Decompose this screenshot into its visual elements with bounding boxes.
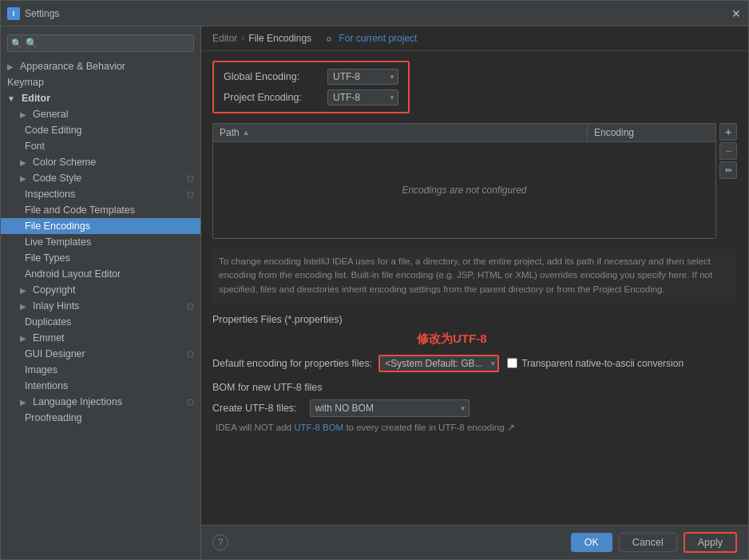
help-button[interactable]: ?	[212, 534, 228, 550]
remove-path-button[interactable]: −	[719, 142, 737, 160]
settings-icon: ⊡	[187, 397, 194, 407]
transparent-checkbox-label: Transparent native-to-ascii conversion	[507, 358, 684, 369]
sort-icon: ▲	[243, 129, 250, 137]
sidebar-label: Images	[25, 364, 57, 375]
project-encoding-select-wrapper: UTF-8 UTF-16 ISO-8859-1	[327, 89, 398, 105]
sidebar-label: Code Editing	[25, 125, 82, 136]
sidebar-item-language-injections[interactable]: ▶ Language Injections ⊡	[1, 394, 200, 410]
sidebar-item-images[interactable]: Images	[1, 362, 200, 378]
sidebar-item-android-layout[interactable]: Android Layout Editor	[1, 266, 200, 282]
sidebar-label: Android Layout Editor	[25, 268, 121, 280]
cancel-button[interactable]: Cancel	[619, 533, 677, 552]
sidebar-item-editor[interactable]: ▼ Editor	[1, 90, 200, 106]
sidebar-label: GUI Designer	[25, 348, 85, 359]
arrow-icon: ▶	[20, 286, 26, 295]
breadcrumb-sep: ›	[241, 33, 244, 44]
settings-icon: ⊡	[187, 301, 194, 312]
project-encoding-label: Project Encoding:	[224, 92, 327, 103]
table-side-buttons: + − ✏	[719, 123, 737, 179]
project-link[interactable]: For current project	[324, 33, 417, 44]
empty-message: Encodings are not configured	[402, 185, 526, 196]
sidebar-label: File Encodings	[25, 220, 90, 232]
sidebar-item-emmet[interactable]: ▶ Emmet	[1, 330, 200, 346]
sidebar: 🔍 ▶ Appearance & Behavior Keymap ▼ Edito…	[1, 26, 201, 559]
create-utf8-label: Create UTF-8 files:	[212, 403, 297, 414]
project-encoding-select[interactable]: UTF-8 UTF-16 ISO-8859-1	[327, 89, 398, 105]
arrow-icon: ▼	[7, 94, 15, 103]
properties-section-title: Properties Files (*.properties)	[212, 314, 737, 325]
sidebar-item-file-types[interactable]: File Types	[1, 250, 200, 266]
project-encoding-row: Project Encoding: UTF-8 UTF-16 ISO-8859-…	[224, 89, 398, 105]
search-box: 🔍	[7, 34, 194, 52]
transparent-checkbox[interactable]	[507, 358, 517, 368]
properties-row: Default encoding for properties files: <…	[212, 355, 737, 372]
ok-button[interactable]: OK	[571, 533, 612, 552]
sidebar-item-proofreading[interactable]: Proofreading	[1, 410, 200, 426]
sidebar-item-gui-designer[interactable]: GUI Designer ⊡	[1, 346, 200, 362]
sidebar-label: Intentions	[25, 380, 68, 391]
encoding-box: Global Encoding: UTF-8 UTF-16 ISO-8859-1…	[212, 61, 410, 113]
sidebar-item-copyright[interactable]: ▶ Copyright	[1, 282, 200, 298]
sidebar-label: Code Style	[33, 173, 81, 184]
bom-select[interactable]: with NO BOM with BOM	[310, 399, 470, 417]
search-input[interactable]	[7, 34, 194, 52]
global-encoding-select[interactable]: UTF-8 UTF-16 ISO-8859-1	[327, 69, 398, 85]
arrow-icon: ▶	[20, 302, 26, 311]
settings-icon: ⊡	[187, 189, 194, 200]
bottom-bar: ? OK Cancel Apply	[201, 525, 748, 559]
settings-icon: ⊡	[187, 173, 194, 184]
sidebar-item-code-editing[interactable]: Code Editing	[1, 122, 200, 138]
app-icon: I	[7, 7, 20, 20]
edit-path-button[interactable]: ✏	[719, 161, 737, 179]
arrow-icon: ▶	[20, 158, 26, 167]
bom-select-wrapper: with NO BOM with BOM	[310, 399, 470, 417]
sidebar-label: Emmet	[33, 332, 65, 344]
sidebar-label: Duplicates	[25, 316, 71, 328]
sidebar-label: Color Scheme	[33, 157, 96, 168]
panel-content: Global Encoding: UTF-8 UTF-16 ISO-8859-1…	[201, 51, 748, 525]
bom-link[interactable]: UTF-8 BOM	[294, 423, 343, 432]
sidebar-label: Appearance & Behavior	[20, 61, 125, 72]
global-encoding-select-wrapper: UTF-8 UTF-16 ISO-8859-1	[327, 69, 398, 85]
sidebar-item-code-style[interactable]: ▶ Code Style ⊡	[1, 170, 200, 186]
close-button[interactable]: ✕	[731, 8, 742, 19]
sidebar-item-file-encodings[interactable]: File Encodings	[1, 218, 200, 234]
breadcrumb-editor: Editor	[212, 33, 237, 44]
arrow-icon: ▶	[7, 62, 14, 71]
settings-icon: ⊡	[187, 349, 194, 359]
default-encoding-select[interactable]: <System Default: GB... UTF-8 UTF-16 ISO-…	[378, 355, 499, 372]
sidebar-item-duplicates[interactable]: Duplicates	[1, 314, 200, 330]
apply-button[interactable]: Apply	[684, 532, 737, 553]
sidebar-item-live-templates[interactable]: Live Templates	[1, 234, 200, 250]
sidebar-label: Live Templates	[25, 236, 91, 248]
sidebar-item-inspections[interactable]: Inspections ⊡	[1, 186, 200, 202]
window-title: Settings	[25, 8, 731, 19]
sidebar-item-file-code-templates[interactable]: File and Code Templates	[1, 202, 200, 218]
arrow-icon: ▶	[20, 110, 26, 119]
global-encoding-row: Global Encoding: UTF-8 UTF-16 ISO-8859-1	[224, 69, 398, 85]
search-icon: 🔍	[11, 38, 22, 49]
path-table: Path ▲ Encoding Encodings are not config…	[212, 123, 716, 239]
add-path-button[interactable]: +	[719, 123, 737, 141]
arrow-icon: ▶	[20, 398, 26, 407]
info-text: To change encoding IntelliJ IDEA uses fo…	[212, 248, 737, 303]
sidebar-label: General	[33, 109, 68, 120]
sidebar-item-general[interactable]: ▶ General	[1, 106, 200, 122]
bom-section: BOM for new UTF-8 files Create UTF-8 fil…	[212, 382, 737, 433]
bom-note: IDEA will NOT add UTF-8 BOM to every cre…	[212, 422, 737, 433]
default-encoding-label: Default encoding for properties files:	[212, 358, 372, 369]
arrow-icon: ▶	[20, 174, 26, 183]
breadcrumb: Editor › File Encodings For current proj…	[201, 26, 748, 51]
sidebar-item-color-scheme[interactable]: ▶ Color Scheme	[1, 154, 200, 170]
sidebar-item-font[interactable]: Font	[1, 138, 200, 154]
default-encoding-select-wrapper: <System Default: GB... UTF-8 UTF-16 ISO-…	[378, 355, 499, 372]
sidebar-label: Inlay Hints	[33, 300, 79, 312]
sidebar-item-appearance-behavior[interactable]: ▶ Appearance & Behavior	[1, 58, 200, 74]
sidebar-label: Inspections	[25, 189, 75, 200]
sidebar-item-intentions[interactable]: Intentions	[1, 378, 200, 394]
sidebar-item-keymap[interactable]: Keymap	[1, 74, 200, 90]
sidebar-label: Keymap	[7, 77, 44, 88]
sidebar-item-inlay-hints[interactable]: ▶ Inlay Hints ⊡	[1, 298, 200, 314]
sidebar-label: File and Code Templates	[25, 205, 135, 216]
sidebar-label: File Types	[25, 252, 70, 264]
